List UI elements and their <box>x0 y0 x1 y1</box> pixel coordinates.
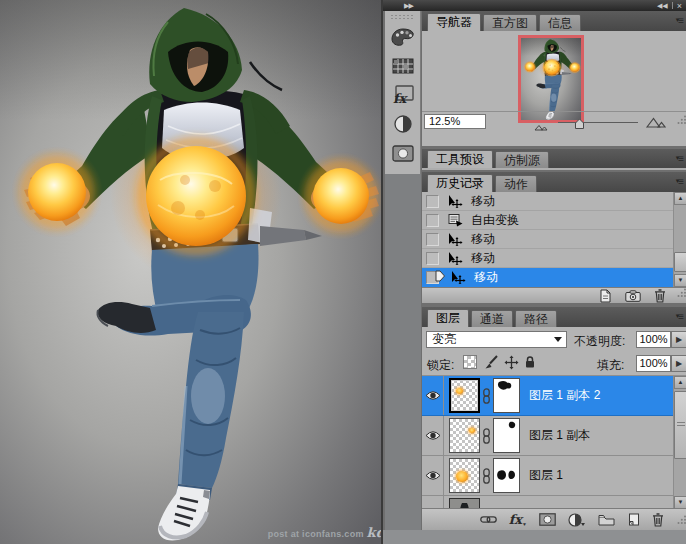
expand-dock-icon[interactable]: ▶▶ <box>404 0 413 11</box>
layers-tabbar: 图层 通道 路径 ▾≡ <box>422 307 686 327</box>
current-state-pointer-icon[interactable] <box>435 268 446 286</box>
masks-panel-icon[interactable] <box>389 141 417 165</box>
tab-paths[interactable]: 路径 <box>515 310 557 327</box>
mask-link-icon[interactable] <box>480 468 493 484</box>
history-row-selected[interactable]: 移动 <box>422 268 686 287</box>
scroll-down-icon[interactable]: ▼ <box>674 496 686 508</box>
scroll-up-icon[interactable]: ▲ <box>674 192 686 205</box>
navigator-proxy-view[interactable] <box>518 35 584 123</box>
tool-presets-tabbar: 工具预设 仿制源 ▾≡ <box>422 149 686 170</box>
history-tabbar: 历史记录 动作 ▾≡ <box>422 172 686 192</box>
zoom-out-icon[interactable] <box>534 117 548 135</box>
lock-all-icon[interactable] <box>524 355 536 373</box>
blend-mode-value: 变亮 <box>432 332 456 346</box>
layer-thumbnail[interactable] <box>449 378 480 413</box>
panel-menu-icon[interactable]: ▾≡ <box>676 15 683 26</box>
panel-menu-icon[interactable]: ▾≡ <box>676 311 683 322</box>
lock-pixels-brush-icon[interactable] <box>483 355 499 374</box>
collapse-dock-icon[interactable]: ◀◀ <box>657 0 668 11</box>
history-brush-well[interactable] <box>426 214 439 227</box>
fill-value[interactable]: 100% <box>636 355 671 372</box>
history-row[interactable]: 移动 <box>422 230 686 249</box>
history-row[interactable]: 移动 <box>422 249 686 268</box>
tab-actions[interactable]: 动作 <box>495 175 537 192</box>
strip-drag-handle[interactable] <box>390 14 415 20</box>
layer-thumbnail[interactable] <box>449 418 480 453</box>
blend-mode-select[interactable]: 变亮 <box>426 331 567 348</box>
tab-info[interactable]: 信息 <box>539 14 581 31</box>
layer-mask-thumbnail[interactable] <box>493 418 520 453</box>
layers-bottom-bar: fx▼ <box>422 508 686 530</box>
move-tool-icon <box>447 252 464 265</box>
history-brush-well[interactable] <box>426 252 439 265</box>
zoom-percent-input[interactable]: 12.5% <box>424 114 486 129</box>
tab-layers[interactable]: 图层 <box>427 309 469 327</box>
swatches-panel-icon[interactable] <box>389 54 417 78</box>
zoom-slider-track[interactable] <box>558 122 638 123</box>
tab-histogram[interactable]: 直方图 <box>483 14 537 31</box>
layer-row-selected[interactable]: 图层 1 副本 2 <box>422 376 686 416</box>
layer-visibility-eye-icon[interactable] <box>422 456 444 495</box>
layer-thumbnail[interactable] <box>449 458 480 493</box>
panel-menu-icon[interactable]: ▾≡ <box>676 176 683 187</box>
layer-visibility-eye-icon[interactable] <box>422 416 444 455</box>
document-canvas[interactable]: post at iconfans.com kdh <box>0 0 381 544</box>
chevron-down-icon <box>554 337 562 342</box>
panel-menu-icon[interactable]: ▾≡ <box>676 153 683 164</box>
layer-mask-thumbnail[interactable] <box>493 378 520 413</box>
new-group-folder-icon[interactable] <box>598 514 615 526</box>
adjustments-panel-icon[interactable] <box>389 112 417 136</box>
color-panel-icon[interactable] <box>389 25 417 49</box>
new-snapshot-camera-icon[interactable] <box>625 290 641 302</box>
history-scrollbar[interactable]: ▲ ▼ <box>673 192 686 287</box>
history-row[interactable]: 移动 <box>422 192 686 211</box>
panel-resize-grip[interactable] <box>676 111 686 129</box>
history-row[interactable]: 自由变换 <box>422 211 686 230</box>
scrollbar-thumb[interactable] <box>674 252 686 272</box>
tab-tool-presets[interactable]: 工具预设 <box>427 150 493 168</box>
layer-row-partial[interactable] <box>422 496 686 508</box>
fill-slider-button[interactable]: ▶ <box>671 355 686 372</box>
layer-row[interactable]: 图层 1 副本 <box>422 416 686 456</box>
layer-visibility-eye-icon[interactable] <box>422 376 444 415</box>
panel-resize-grip[interactable] <box>676 511 686 529</box>
lock-transparency-icon[interactable] <box>463 355 477 369</box>
history-brush-well[interactable] <box>426 195 439 208</box>
opacity-value[interactable]: 100% <box>636 331 671 348</box>
tool-presets-panel: 工具预设 仿制源 ▾≡ <box>422 149 686 170</box>
scrollbar-thumb[interactable] <box>674 391 686 459</box>
layer-thumbnail[interactable] <box>449 498 480 508</box>
collapsed-panels-strip: fx <box>385 11 421 174</box>
link-layers-icon[interactable] <box>480 515 497 524</box>
opacity-slider-button[interactable]: ▶ <box>671 331 686 348</box>
panel-resize-grip[interactable] <box>676 284 686 302</box>
mask-link-icon[interactable] <box>480 428 493 444</box>
new-layer-icon[interactable] <box>627 513 640 526</box>
styles-panel-icon[interactable]: fx <box>389 83 417 107</box>
layer-style-fx-icon[interactable]: fx▼ <box>509 512 527 527</box>
zoom-slider-thumb[interactable] <box>574 116 585 134</box>
layers-list: 图层 1 副本 2 图层 1 副本 <box>422 375 686 508</box>
layers-scrollbar[interactable]: ▲ ▼ <box>673 376 686 508</box>
tab-channels[interactable]: 通道 <box>471 310 513 327</box>
tab-history[interactable]: 历史记录 <box>427 174 493 192</box>
photoshop-window: { "window": { "expand_dock": "▶▶", "coll… <box>0 0 686 544</box>
lock-position-move-icon[interactable] <box>504 355 519 374</box>
delete-layer-trash-icon[interactable] <box>652 513 664 527</box>
new-document-from-state-icon[interactable] <box>599 289 612 303</box>
scroll-up-icon[interactable]: ▲ <box>674 376 686 389</box>
tab-navigator[interactable]: 导航器 <box>427 13 481 31</box>
history-brush-well[interactable] <box>426 233 439 246</box>
opacity-label: 不透明度: <box>574 333 625 350</box>
delete-trash-icon[interactable] <box>654 289 666 303</box>
orb-preview <box>469 428 475 433</box>
zoom-in-icon[interactable] <box>646 114 666 132</box>
layer-row[interactable]: 图层 1 <box>422 456 686 496</box>
layer-mask-thumbnail[interactable] <box>493 458 520 493</box>
close-dock-icon[interactable]: × <box>677 1 682 11</box>
layer-visibility-eye-icon[interactable] <box>422 496 444 508</box>
add-layer-mask-icon[interactable] <box>539 513 556 526</box>
mask-link-icon[interactable] <box>480 388 493 404</box>
tab-clone-source[interactable]: 仿制源 <box>495 151 549 168</box>
new-adjustment-layer-icon[interactable] <box>568 513 586 527</box>
